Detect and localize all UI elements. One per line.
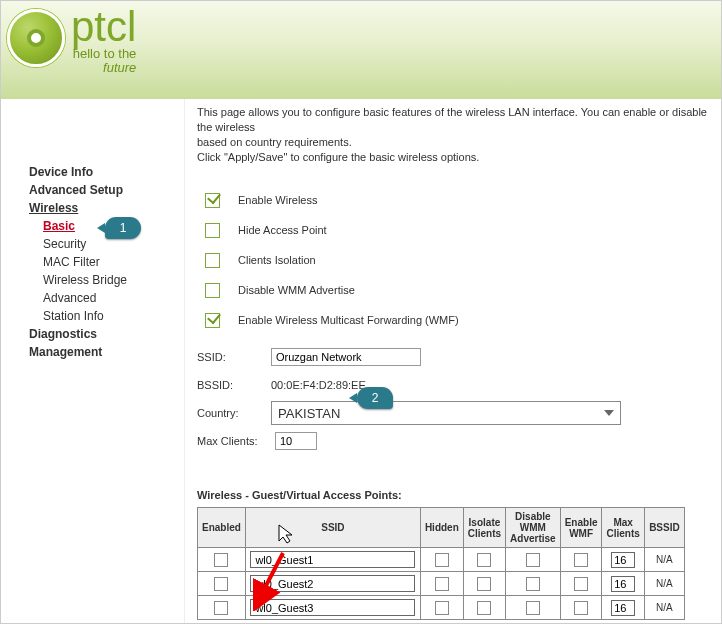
th-hidden: Hidden xyxy=(420,508,463,548)
brand-tagline-2: future xyxy=(103,60,136,75)
brand-tagline-1: hello to the xyxy=(73,46,137,61)
nav-advanced-setup[interactable]: Advanced Setup xyxy=(29,181,184,199)
sidebar-nav: Device Info Advanced Setup Wireless Basi… xyxy=(1,99,185,623)
nav-device-info[interactable]: Device Info xyxy=(29,163,184,181)
intro-line2: based on country requirements. xyxy=(197,136,352,148)
guest-bssid: N/A xyxy=(644,572,684,596)
th-isolate: Isolate Clients xyxy=(463,508,505,548)
guest-table: Enabled SSID Hidden Isolate Clients Disa… xyxy=(197,507,685,620)
checkbox-enable-wmf[interactable] xyxy=(205,313,220,328)
bssid-value: 00:0E:F4:D2:89:EE xyxy=(271,379,366,391)
ssid-input[interactable] xyxy=(271,348,421,366)
bssid-label: BSSID: xyxy=(197,379,257,391)
nav-wireless[interactable]: Wireless xyxy=(29,199,184,217)
guest-enabled-checkbox[interactable] xyxy=(214,553,228,567)
maxclients-label: Max Clients: xyxy=(197,435,261,447)
intro-line1: This page allows you to configure basic … xyxy=(197,106,707,133)
guest-hidden-checkbox[interactable] xyxy=(435,601,449,615)
guest-max-input[interactable] xyxy=(611,576,635,592)
nav-wireless-security[interactable]: Security xyxy=(29,235,184,253)
guest-disablewmm-checkbox[interactable] xyxy=(526,577,540,591)
nav-wireless-bridge[interactable]: Wireless Bridge xyxy=(29,271,184,289)
guest-enabled-checkbox[interactable] xyxy=(214,577,228,591)
checkbox-disable-wmm[interactable] xyxy=(205,283,220,298)
label-disable-wmm: Disable WMM Advertise xyxy=(238,284,355,296)
checkbox-clients-isolation[interactable] xyxy=(205,253,220,268)
intro-line3: Click "Apply/Save" to configure the basi… xyxy=(197,151,479,163)
country-value: PAKISTAN xyxy=(278,406,340,421)
maxclients-input[interactable] xyxy=(275,432,317,450)
app-header: ptcl hello to the future xyxy=(1,1,721,99)
guest-row: N/A xyxy=(198,572,685,596)
guest-bssid: N/A xyxy=(644,548,684,572)
guest-enablewmf-checkbox[interactable] xyxy=(574,601,588,615)
brand-logo xyxy=(7,9,65,67)
nav-diagnostics[interactable]: Diagnostics xyxy=(29,325,184,343)
th-enable-wmf: Enable WMF xyxy=(560,508,602,548)
country-label: Country: xyxy=(197,407,257,419)
guest-ssid-input[interactable] xyxy=(250,599,415,616)
label-enable-wmf: Enable Wireless Multicast Forwarding (WM… xyxy=(238,314,459,326)
checkbox-enable-wireless[interactable] xyxy=(205,193,220,208)
brand-name: ptcl xyxy=(71,9,136,45)
guest-enablewmf-checkbox[interactable] xyxy=(574,553,588,567)
guest-disablewmm-checkbox[interactable] xyxy=(526,601,540,615)
guest-row: N/A xyxy=(198,548,685,572)
label-clients-isolation: Clients Isolation xyxy=(238,254,316,266)
guest-max-input[interactable] xyxy=(611,552,635,568)
guest-max-input[interactable] xyxy=(611,600,635,616)
nav-management[interactable]: Management xyxy=(29,343,184,361)
guest-isolate-checkbox[interactable] xyxy=(477,601,491,615)
guest-ssid-input[interactable] xyxy=(250,575,415,592)
checkbox-hide-ap[interactable] xyxy=(205,223,220,238)
th-disable-wmm: Disable WMM Advertise xyxy=(506,508,561,548)
intro-text: This page allows you to configure basic … xyxy=(197,105,715,165)
ssid-label: SSID: xyxy=(197,351,257,363)
guest-bssid: N/A xyxy=(644,596,684,620)
th-enabled: Enabled xyxy=(198,508,246,548)
label-enable-wireless: Enable Wireless xyxy=(238,194,317,206)
guest-section-title: Wireless - Guest/Virtual Access Points: xyxy=(197,489,715,501)
guest-hidden-checkbox[interactable] xyxy=(435,553,449,567)
th-bssid: BSSID xyxy=(644,508,684,548)
label-hide-ap: Hide Access Point xyxy=(238,224,327,236)
guest-row: N/A xyxy=(198,596,685,620)
guest-enabled-checkbox[interactable] xyxy=(214,601,228,615)
th-max: Max Clients xyxy=(602,508,644,548)
main-panel: This page allows you to configure basic … xyxy=(185,99,721,623)
guest-disablewmm-checkbox[interactable] xyxy=(526,553,540,567)
guest-isolate-checkbox[interactable] xyxy=(477,577,491,591)
country-select[interactable]: PAKISTAN xyxy=(271,401,621,425)
nav-wireless-macfilter[interactable]: MAC Filter xyxy=(29,253,184,271)
nav-wireless-basic[interactable]: Basic xyxy=(29,217,184,235)
th-ssid: SSID xyxy=(245,508,420,548)
nav-wireless-advanced[interactable]: Advanced xyxy=(29,289,184,307)
guest-isolate-checkbox[interactable] xyxy=(477,553,491,567)
nav-wireless-stationinfo[interactable]: Station Info xyxy=(29,307,184,325)
guest-enablewmf-checkbox[interactable] xyxy=(574,577,588,591)
guest-hidden-checkbox[interactable] xyxy=(435,577,449,591)
guest-ssid-input[interactable] xyxy=(250,551,415,568)
